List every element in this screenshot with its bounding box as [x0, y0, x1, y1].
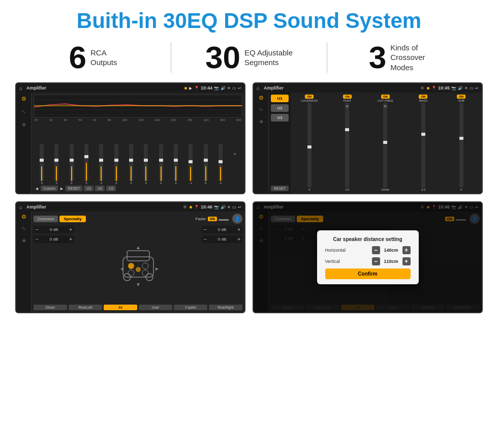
- eq-u1-btn[interactable]: U1: [84, 186, 94, 191]
- eq-slider-1: 0: [54, 144, 58, 185]
- dialog-vertical-label: Vertical: [325, 259, 340, 264]
- fader-person-btn[interactable]: 👤: [232, 214, 242, 224]
- stat-rca-number: 6: [69, 42, 86, 73]
- xo-loudness-on[interactable]: ON: [305, 95, 314, 99]
- eq-left-icons: ⚙ ∿ ◈: [16, 93, 32, 193]
- eq-slider-0: 0: [40, 144, 44, 185]
- distance-dialog: Car speaker distance setting Horizontal …: [317, 230, 419, 284]
- fader-back-icon: ↩: [238, 205, 241, 210]
- xo-preset-u1[interactable]: U1: [271, 95, 289, 102]
- fader-plus-3[interactable]: +: [237, 227, 240, 232]
- eq-reset-btn[interactable]: RESET: [66, 186, 82, 191]
- dialog-horizontal-minus[interactable]: −: [372, 246, 380, 254]
- fader-plus-4[interactable]: +: [237, 236, 240, 242]
- eq-u2-btn[interactable]: U2: [95, 186, 105, 191]
- eq-status-icons: 📍 10:44 📷 🔊 ✕ ▭ ↩: [194, 85, 241, 91]
- stat-crossover-label: Kinds ofCrossover Modes: [390, 43, 441, 73]
- xo-cutfreq-slider[interactable]: F G: [383, 103, 387, 188]
- dialog-vertical-plus[interactable]: +: [402, 257, 411, 265]
- eq-slider-4: 0: [99, 144, 103, 185]
- fader-camera-icon: 📷: [214, 205, 219, 210]
- eq-icon-1: ⚙: [21, 96, 26, 102]
- eq-next-btn[interactable]: ►: [59, 186, 64, 191]
- dialog-horizontal-plus[interactable]: +: [402, 246, 411, 254]
- fader-dot2: [190, 206, 192, 208]
- xo-back-icon: ↩: [475, 86, 479, 91]
- dialog-overlay: Car speaker distance setting Horizontal …: [254, 202, 482, 312]
- xo-sub-on[interactable]: ON: [457, 95, 465, 99]
- fader-db-2: 0 dB: [40, 237, 68, 242]
- xo-cutfreq-on[interactable]: ON: [381, 95, 390, 99]
- eq-slider-12: -1: [219, 144, 223, 185]
- eq-status-dot: [184, 87, 187, 89]
- xo-phat-slider[interactable]: G F: [345, 103, 349, 188]
- stats-row: 6 RCAOutputs 30 EQ AdjustableSegments 3 …: [15, 42, 483, 73]
- eq-icon-2: ∿: [21, 108, 26, 115]
- car-svg: ▲ ▼ ◄ ►: [118, 242, 159, 287]
- fader-minus-1[interactable]: −: [36, 227, 39, 232]
- dialog-horizontal-control: − 140cm +: [372, 246, 411, 254]
- xo-sub-slider[interactable]: [459, 103, 463, 188]
- fader-minus-2[interactable]: −: [36, 236, 39, 242]
- dialog-horizontal-value: 140cm: [382, 248, 400, 253]
- eq-slider-10: -1: [189, 144, 193, 185]
- fader-user-btn[interactable]: User: [139, 305, 172, 310]
- stat-crossover-number: 3: [369, 42, 386, 73]
- fader-minus-4[interactable]: −: [204, 236, 207, 242]
- fader-right-controls: − 0 dB + − 0 dB +: [202, 226, 242, 303]
- fader-plus-1[interactable]: +: [69, 227, 72, 232]
- xo-dot1: [421, 86, 424, 89]
- fader-minus-3[interactable]: −: [204, 227, 207, 232]
- fader-driver-btn[interactable]: Driver: [34, 305, 67, 310]
- eq-u3-btn[interactable]: U3: [106, 186, 116, 191]
- eq-sliders: 0 0: [34, 123, 242, 185]
- fader-on-badge[interactable]: ON: [208, 217, 217, 221]
- xo-loudness-slider[interactable]: [307, 103, 312, 188]
- eq-icon-3: ◈: [22, 121, 26, 128]
- fader-db-control-1: − 0 dB +: [34, 226, 74, 233]
- eq-graph: [34, 95, 242, 117]
- xo-preset-u2[interactable]: U2: [271, 104, 289, 112]
- xo-bass-on[interactable]: ON: [419, 95, 427, 99]
- eq-slider-8: 0: [159, 144, 163, 185]
- fader-db-3: 0 dB: [208, 227, 236, 232]
- fader-rearleft-btn[interactable]: RearLeft: [69, 305, 102, 310]
- svg-text:◄: ◄: [119, 266, 124, 272]
- eq-body: ⚙ ∿ ◈: [16, 93, 244, 193]
- fader-tab-specialty[interactable]: Specialty: [59, 216, 85, 222]
- stat-crossover: 3 Kinds ofCrossover Modes: [327, 42, 483, 73]
- fader-controls-right: Fader ON ▬▬: [196, 216, 229, 222]
- eq-custom-btn[interactable]: Custom: [41, 186, 58, 191]
- xo-sub: ON SUB 0: [443, 95, 480, 191]
- xo-bass-slider[interactable]: [421, 103, 425, 188]
- fader-tab-common[interactable]: Common: [34, 216, 58, 222]
- fader-icon-2: ∿: [21, 225, 26, 232]
- fader-pin-icon: 📍: [194, 205, 199, 210]
- xo-preset-u3[interactable]: U3: [271, 114, 289, 122]
- svg-point-13: [136, 267, 141, 272]
- fader-plus-2[interactable]: +: [69, 236, 72, 242]
- dialog-vertical-minus[interactable]: −: [372, 257, 380, 265]
- eq-slider-11: 0: [204, 144, 208, 185]
- xo-presets: U1 U2 U3 RESET: [269, 93, 291, 193]
- eq-x-icon: ✕: [227, 86, 231, 91]
- fader-all-btn[interactable]: All: [104, 305, 137, 310]
- stat-eq-label: EQ AdjustableSegments: [244, 48, 293, 68]
- fader-x-icon: ✕: [227, 205, 231, 210]
- fader-copilot-btn[interactable]: Copilot: [174, 305, 207, 310]
- xo-reset-btn[interactable]: RESET: [271, 186, 289, 191]
- fader-rearright-btn[interactable]: RearRight: [209, 305, 242, 310]
- stat-rca: 6 RCAOutputs: [15, 42, 171, 73]
- dialog-vertical-value: 110cm: [382, 259, 400, 264]
- xo-dot2: [427, 87, 429, 89]
- dialog-confirm-button[interactable]: Confirm: [325, 268, 411, 279]
- eq-slider-9: 0: [174, 144, 178, 185]
- eq-play-icon: ▶: [189, 86, 192, 91]
- fader-volume-icon: 🔊: [221, 205, 226, 210]
- svg-text:▲: ▲: [136, 245, 141, 250]
- xo-phat-on[interactable]: ON: [343, 95, 352, 99]
- eq-prev-btn[interactable]: ◄: [35, 186, 39, 191]
- fader-left-icons: ⚙ ∿ ◈: [16, 212, 32, 312]
- svg-point-9: [128, 263, 134, 269]
- xo-volume-icon: 🔊: [458, 86, 463, 91]
